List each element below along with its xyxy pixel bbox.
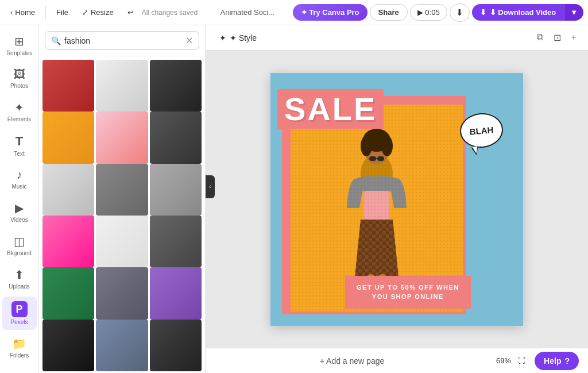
photo-result-9[interactable] [150, 164, 202, 216]
photo-grid [39, 56, 205, 373]
share-button[interactable]: Share [370, 4, 408, 21]
design-canvas[interactable]: SALE BLAH GET UP TO 50% OFF WHEN YOU SHO… [270, 73, 523, 326]
bottom-banner: GET UP TO 50% OFF WHEN YOU SHOP ONLINE [345, 276, 471, 309]
svg-rect-11 [377, 156, 384, 161]
resize-label: Resize [91, 8, 114, 17]
home-button[interactable]: ‹ Home [5, 5, 41, 20]
svg-rect-10 [369, 156, 376, 161]
photo-result-4[interactable] [42, 111, 94, 163]
music-icon: ♪ [17, 168, 22, 182]
background-label: Bkground [7, 250, 32, 256]
download-caret-button[interactable]: ▼ [564, 4, 583, 21]
search-input[interactable] [64, 36, 182, 45]
photo-result-14[interactable] [96, 267, 148, 319]
photo-result-16[interactable] [42, 320, 94, 371]
chevron-down-icon: ▼ [570, 8, 578, 17]
photo-result-6[interactable] [150, 111, 202, 163]
project-title: Animated Soci... [204, 8, 290, 17]
sidebar-item-photos[interactable]: 🖼 Photos [2, 63, 37, 94]
download-video-button[interactable]: ⬇ ⬇ Download Video [472, 4, 564, 21]
photo-result-10[interactable] [42, 216, 94, 267]
photo-result-17[interactable] [96, 320, 148, 371]
photo-result-3[interactable] [150, 60, 202, 111]
sidebar-item-uploads[interactable]: ⬆ Uploads [2, 263, 37, 294]
undo-icon: ↩ [127, 8, 134, 17]
canvas-scroll-area[interactable]: SALE BLAH GET UP TO 50% OFF WHEN YOU SHO… [206, 51, 588, 348]
bottom-banner-text: GET UP TO 50% OFF WHEN YOU SHOP ONLINE [357, 283, 459, 302]
sidebar-item-music[interactable]: ♪ Music [2, 164, 37, 194]
elements-label: Elements [7, 116, 32, 122]
background-icon: ◫ [14, 234, 25, 248]
videos-label: Videos [10, 217, 28, 223]
search-bar: 🔍 ✕ [39, 25, 205, 56]
text-icon: T [16, 134, 23, 149]
zoom-level: 69% [496, 356, 511, 365]
canvas-icon-group: ⧉ ⊡ + [535, 30, 579, 45]
undo-button[interactable]: ↩ [122, 5, 140, 20]
style-button[interactable]: ✦ ✦ Style [215, 31, 261, 45]
download-icon-button[interactable]: ⬇ [450, 3, 470, 22]
pexels-icon: P [11, 301, 28, 317]
download-group: ⬇ ⬇ Download Video ▼ [472, 4, 583, 21]
photo-result-13[interactable] [42, 267, 94, 319]
help-button[interactable]: Help ? [535, 352, 579, 370]
sidebar-item-background[interactable]: ◫ Bkground [2, 230, 37, 261]
question-mark-icon: ? [564, 356, 570, 366]
uploads-label: Uploads [9, 283, 30, 290]
svg-point-3 [361, 136, 372, 156]
photo-result-18[interactable] [150, 320, 202, 371]
home-label: Home [15, 8, 35, 17]
icon-sidebar: ⊞ Templates 🖼 Photos ✦ Elements T Text ♪… [0, 25, 39, 373]
fullscreen-button[interactable]: ⛶ [516, 354, 528, 367]
photo-result-15[interactable] [150, 267, 202, 319]
clear-search-button[interactable]: ✕ [185, 35, 193, 46]
sidebar-item-templates[interactable]: ⊞ Templates [2, 30, 37, 61]
photos-icon: 🖼 [14, 68, 25, 81]
try-pro-button[interactable]: ✦ Try Canva Pro [293, 4, 368, 21]
svg-rect-5 [364, 191, 389, 220]
nav-divider-1 [45, 6, 46, 20]
panel-collapse-handle[interactable]: ‹ [206, 175, 215, 198]
collapse-arrow-icon: ‹ [209, 183, 211, 190]
help-label: Help [544, 356, 561, 366]
photo-result-2[interactable] [96, 60, 148, 111]
folders-icon: 📁 [12, 337, 26, 351]
add-icon[interactable]: + [569, 30, 579, 45]
play-button[interactable]: ▶ 0:05 [410, 4, 447, 21]
templates-label: Templates [6, 50, 33, 56]
photo-result-7[interactable] [42, 164, 94, 216]
templates-icon: ⊞ [14, 34, 24, 48]
resize-icon: ⤢ [82, 8, 88, 17]
share-label: Share [378, 8, 399, 17]
download-video-label: ⬇ Download Video [490, 8, 556, 17]
photo-result-8[interactable] [96, 164, 148, 216]
file-button[interactable]: File [51, 5, 74, 20]
save-status: All changes saved [142, 9, 198, 17]
photos-label: Photos [10, 83, 28, 89]
download-icon: ⬇ [456, 7, 463, 18]
photo-result-12[interactable] [150, 216, 202, 267]
search-input-wrap[interactable]: 🔍 ✕ [45, 31, 199, 50]
blah-text: BLAH [469, 124, 494, 136]
resize-button[interactable]: ⤢ Resize [76, 5, 119, 20]
add-page-button[interactable]: + Add a new page [215, 356, 489, 366]
photo-result-5[interactable] [96, 111, 148, 163]
duplicate-icon[interactable]: ⧉ [535, 30, 546, 45]
main-content: ⊞ Templates 🖼 Photos ✦ Elements T Text ♪… [0, 25, 588, 373]
copy-icon[interactable]: ⊡ [551, 30, 563, 45]
videos-icon: ▶ [15, 201, 24, 215]
sidebar-item-elements[interactable]: ✦ Elements [2, 96, 37, 127]
text-label: Text [14, 151, 24, 157]
sidebar-item-videos[interactable]: ▶ Videos [2, 197, 37, 228]
photo-result-11[interactable] [96, 216, 148, 267]
download-video-icon: ⬇ [480, 8, 486, 17]
sidebar-item-folders[interactable]: 📁 Folders [2, 332, 37, 363]
sidebar-item-pexels[interactable]: P Pexels [2, 297, 37, 330]
uploads-icon: ⬆ [14, 268, 24, 282]
sidebar-item-text[interactable]: T Text [2, 129, 37, 161]
search-icon: 🔍 [51, 36, 61, 45]
elements-icon: ✦ [14, 101, 24, 114]
photo-result-1[interactable] [42, 60, 94, 111]
add-page-label: + Add a new page [320, 356, 385, 366]
canvas-area: ✦ ✦ Style ⧉ ⊡ + [206, 25, 588, 373]
